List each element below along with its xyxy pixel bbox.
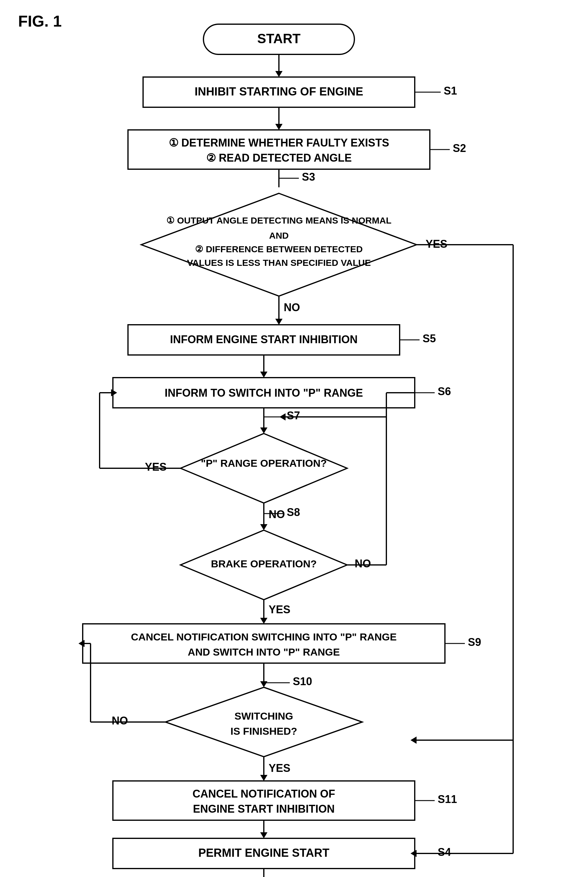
svg-text:S5: S5 <box>423 332 436 345</box>
svg-text:AND SWITCH INTO "P" RANGE: AND SWITCH INTO "P" RANGE <box>188 646 340 658</box>
svg-text:SWITCHING: SWITCHING <box>234 710 293 722</box>
svg-text:START: START <box>257 31 301 46</box>
svg-marker-58 <box>279 413 285 421</box>
svg-text:② DIFFERENCE BETWEEN DETECTED: ② DIFFERENCE BETWEEN DETECTED <box>195 244 363 254</box>
svg-text:S7: S7 <box>287 409 300 422</box>
svg-marker-66 <box>260 681 267 687</box>
svg-text:S1: S1 <box>444 84 457 97</box>
svg-text:PERMIT ENGINE START: PERMIT ENGINE START <box>198 847 329 859</box>
svg-text:VALUES IS LESS THAN SPECIFIED : VALUES IS LESS THAN SPECIFIED VALUE <box>187 258 371 268</box>
svg-marker-32 <box>260 372 267 378</box>
svg-marker-75 <box>78 640 84 647</box>
flowchart-svg: START INHIBIT STARTING OF ENGINE S1 ① DE… <box>0 0 588 877</box>
svg-text:① DETERMINE WHETHER FAULTY EXI: ① DETERMINE WHETHER FAULTY EXISTS <box>169 137 389 149</box>
svg-text:NO: NO <box>112 715 128 727</box>
svg-text:INFORM ENGINE START INHIBITION: INFORM ENGINE START INHIBITION <box>170 333 357 346</box>
svg-marker-27 <box>411 737 417 744</box>
svg-marker-67 <box>165 687 362 757</box>
svg-text:S6: S6 <box>438 385 451 397</box>
svg-text:YES: YES <box>268 762 290 774</box>
svg-text:IS FINISHED?: IS FINISHED? <box>230 725 297 737</box>
svg-text:S9: S9 <box>468 636 481 648</box>
svg-text:S2: S2 <box>453 142 466 154</box>
svg-text:S4: S4 <box>438 846 451 858</box>
svg-marker-3 <box>275 71 282 77</box>
svg-text:YES: YES <box>145 461 166 473</box>
svg-marker-84 <box>260 832 267 838</box>
svg-text:S10: S10 <box>293 675 312 687</box>
svg-marker-23 <box>275 319 282 325</box>
svg-text:ENGINE START INHIBITION: ENGINE START INHIBITION <box>193 803 334 815</box>
svg-text:CANCEL NOTIFICATION OF: CANCEL NOTIFICATION OF <box>193 788 335 800</box>
svg-marker-60 <box>260 618 267 624</box>
svg-marker-78 <box>260 775 267 781</box>
svg-text:"P" RANGE OPERATION?: "P" RANGE OPERATION? <box>201 457 327 469</box>
svg-text:AND: AND <box>269 230 289 241</box>
svg-text:CANCEL NOTIFICATION SWITCHING : CANCEL NOTIFICATION SWITCHING INTO "P" R… <box>131 631 397 642</box>
svg-text:INHIBIT STARTING OF ENGINE: INHIBIT STARTING OF ENGINE <box>195 85 363 98</box>
svg-text:② READ DETECTED ANGLE: ② READ DETECTED ANGLE <box>206 152 352 164</box>
svg-text:① OUTPUT ANGLE DETECTING MEANS: ① OUTPUT ANGLE DETECTING MEANS IS NORMAL <box>166 215 392 226</box>
svg-text:BRAKE OPERATION?: BRAKE OPERATION? <box>211 558 317 569</box>
svg-text:YES: YES <box>426 238 447 250</box>
svg-marker-38 <box>260 427 267 433</box>
svg-marker-49 <box>260 524 267 530</box>
svg-text:YES: YES <box>268 603 290 616</box>
svg-text:S8: S8 <box>287 506 300 518</box>
svg-text:S3: S3 <box>302 171 315 183</box>
svg-marker-8 <box>275 124 282 130</box>
svg-text:NO: NO <box>268 508 285 520</box>
svg-text:NO: NO <box>284 301 300 314</box>
svg-text:S11: S11 <box>438 793 457 805</box>
svg-text:NO: NO <box>355 557 371 570</box>
svg-text:INFORM TO SWITCH INTO "P" RANG: INFORM TO SWITCH INTO "P" RANGE <box>165 387 363 399</box>
